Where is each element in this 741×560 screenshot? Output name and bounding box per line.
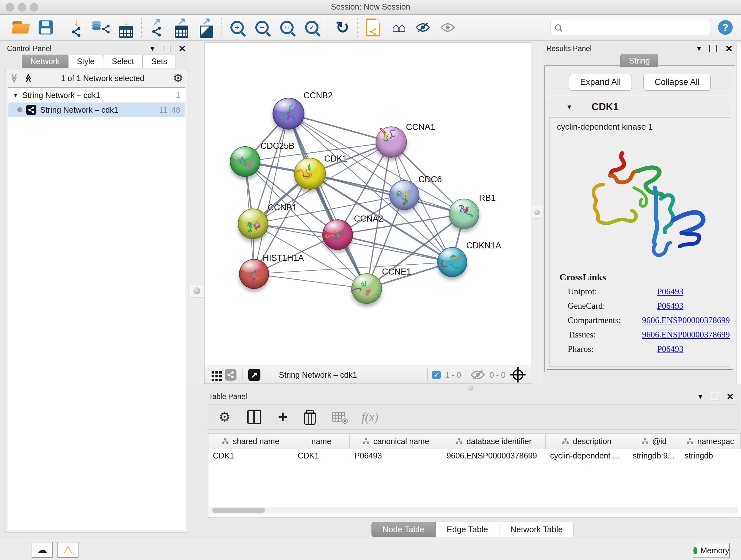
cell[interactable]: stringdb:9... xyxy=(628,451,680,460)
zoom-out-button[interactable]: − xyxy=(250,17,274,38)
warnings-button[interactable]: ⚠ xyxy=(57,542,78,558)
control-panel-float-icon[interactable] xyxy=(163,45,171,52)
crosslink-link[interactable]: P06493 xyxy=(657,301,684,311)
string-import-button[interactable] xyxy=(360,17,386,38)
cell[interactable]: cyclin-dependent ... xyxy=(546,451,628,460)
cell[interactable]: stringdb xyxy=(680,451,741,460)
cell[interactable]: CDK1 xyxy=(208,451,293,460)
results-panel-close-icon[interactable]: ✕ xyxy=(725,44,733,54)
tab-sets[interactable]: Sets xyxy=(143,55,176,68)
collapse-all-networks-icon[interactable]: ≫ xyxy=(24,74,32,82)
show-columns-icon[interactable] xyxy=(247,410,261,424)
section-collapse-triangle-icon[interactable]: ▼ xyxy=(566,104,572,111)
apply-layout-button[interactable]: ↻ xyxy=(330,17,355,38)
collapse-all-button[interactable]: Collapse All xyxy=(643,74,711,91)
help-button[interactable]: ? xyxy=(718,20,733,35)
network-collection-row[interactable]: ▼ String Network – cdk1 1 xyxy=(8,88,185,103)
crosslink-link[interactable]: P06493 xyxy=(657,287,684,297)
results-panel-float-icon[interactable] xyxy=(710,45,717,52)
node-RB1[interactable] xyxy=(449,199,479,229)
table-panel-close-icon[interactable]: ✕ xyxy=(727,391,734,402)
table-panel-float-icon[interactable] xyxy=(711,393,718,400)
import-network-from-file-button[interactable]: ↓ xyxy=(64,17,89,38)
node-CCNA1[interactable] xyxy=(376,126,407,158)
show-panels-button[interactable] xyxy=(435,17,460,38)
column-header-description[interactable]: description xyxy=(546,434,628,449)
edge-CCNB2-HIST1H1A[interactable] xyxy=(254,114,288,274)
import-table-from-file-button[interactable]: ↓ xyxy=(114,17,138,38)
expand-all-button[interactable]: Expand All xyxy=(569,74,632,91)
network-options-gear-icon[interactable]: ⚙ xyxy=(173,72,183,84)
birds-eye-view-icon[interactable] xyxy=(212,371,214,374)
zoom-fit-button[interactable]: □ xyxy=(274,17,299,38)
left-splitter-handle[interactable] xyxy=(190,284,204,298)
tab-network[interactable]: Network xyxy=(22,55,68,68)
table-horizontal-scrollbar[interactable] xyxy=(209,507,738,514)
cell[interactable]: P06493 xyxy=(350,451,442,460)
tab-select[interactable]: Select xyxy=(103,55,142,68)
crosslink-link[interactable]: 9606.ENSP00000378699 xyxy=(642,315,730,325)
horizontal-splitter-handle[interactable] xyxy=(468,385,473,390)
node-CCNB2[interactable] xyxy=(273,98,305,130)
column-header-canonical-name[interactable]: canonical name xyxy=(350,434,442,449)
crosslink-link[interactable]: P06493 xyxy=(657,344,684,354)
table-options-gear-icon[interactable]: ⚙ xyxy=(219,410,231,424)
left-splitter[interactable] xyxy=(189,43,204,384)
column-header--id[interactable]: @id xyxy=(628,434,680,449)
hidden-eye-slash-icon[interactable] xyxy=(470,370,485,380)
cloud-button[interactable]: ☁ xyxy=(31,542,53,558)
network-row[interactable]: String Network – cdk1 11 48 xyxy=(8,103,185,117)
hide-panels-button[interactable] xyxy=(410,17,435,38)
export-table-button[interactable]: ↗ xyxy=(169,17,194,38)
control-panel-menu-icon[interactable]: ▾ xyxy=(150,44,154,53)
open-session-button[interactable] xyxy=(8,17,33,38)
collapse-triangle-icon[interactable]: ▼ xyxy=(13,92,18,99)
crosslink-link[interactable]: 9606.ENSP00000378699 xyxy=(642,330,730,340)
delete-column-icon[interactable] xyxy=(304,413,316,425)
node-CDKN1A[interactable] xyxy=(437,247,467,277)
right-splitter[interactable] xyxy=(531,43,542,384)
column-header-shared-name[interactable]: shared name xyxy=(208,434,293,449)
tab-edge-table[interactable]: Edge Table xyxy=(435,522,499,537)
column-header-database-identifier[interactable]: database identifier xyxy=(442,434,546,449)
node-CCNA2[interactable] xyxy=(322,219,353,250)
node-CCNE1[interactable] xyxy=(351,273,382,304)
zoom-selected-button[interactable]: ✓ xyxy=(299,17,324,38)
tab-node-table[interactable]: Node Table xyxy=(372,522,435,537)
network-overview-share-icon[interactable] xyxy=(225,369,237,381)
table-row[interactable]: CDK1CDK1P064939606.ENSP00000378699cyclin… xyxy=(208,449,741,462)
save-session-button[interactable] xyxy=(33,17,58,38)
export-network-button[interactable]: ↗ xyxy=(144,17,169,38)
tab-network-table[interactable]: Network Table xyxy=(499,522,574,537)
tab-string[interactable]: String xyxy=(620,54,658,67)
results-panel-menu-icon[interactable]: ▾ xyxy=(697,44,701,53)
tab-style[interactable]: Style xyxy=(68,55,104,68)
control-panel-close-icon[interactable]: ✕ xyxy=(179,44,186,54)
edge-HIST1H1A-CCNE1[interactable] xyxy=(254,274,367,289)
string-home-button[interactable]: ⌂⌂ xyxy=(386,17,410,38)
node-CDC25B[interactable] xyxy=(230,146,260,177)
expand-all-networks-icon[interactable]: ≫ xyxy=(10,74,18,82)
add-column-icon[interactable]: + xyxy=(278,410,287,424)
table-panel-menu-icon[interactable]: ▾ xyxy=(698,392,702,401)
node-CCNB1[interactable] xyxy=(238,208,268,239)
selected-checkbox-icon[interactable]: ✓ xyxy=(432,371,441,379)
node-CDK1[interactable] xyxy=(294,158,326,190)
right-splitter-handle[interactable] xyxy=(532,206,542,219)
memory-button[interactable]: Memory xyxy=(693,543,730,558)
scrollbar-thumb[interactable] xyxy=(212,508,265,513)
network-canvas[interactable]: CCNB2CCNA1CDC25BCDK1CDC6RB1CCNB1CCNA2CDK… xyxy=(204,43,531,366)
cell[interactable]: 9606.ENSP00000378699 xyxy=(442,451,546,460)
zoom-in-button[interactable]: + xyxy=(225,17,250,38)
column-header-namespac[interactable]: namespac xyxy=(680,434,741,449)
gene-section-header[interactable]: ▼ CDK1 xyxy=(547,98,733,116)
search-input[interactable] xyxy=(561,21,710,34)
node-CDC6[interactable] xyxy=(389,180,419,210)
detach-view-icon[interactable]: ↗ xyxy=(248,369,260,381)
import-network-from-database-button[interactable] xyxy=(89,17,114,38)
column-header-name[interactable]: name xyxy=(293,434,350,449)
export-image-button[interactable]: ↗ xyxy=(194,17,219,38)
node-HIST1H1A[interactable] xyxy=(239,259,269,289)
cell[interactable]: CDK1 xyxy=(293,451,350,460)
fit-selected-crosshair-icon[interactable] xyxy=(513,369,523,380)
